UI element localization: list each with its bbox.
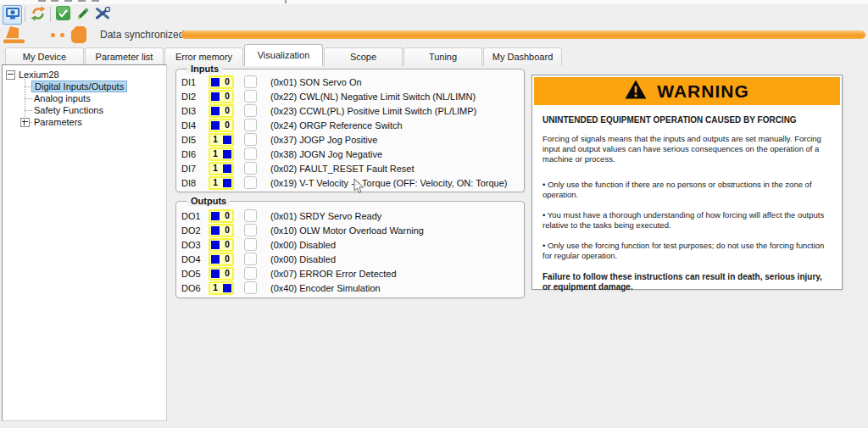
io-state-value: 0 (223, 106, 231, 115)
sync-status-text: Data synchronized (100, 29, 184, 41)
io-state-square-icon (211, 92, 220, 101)
tree-root-lexium28[interactable]: Lexium28 (3, 69, 166, 81)
io-state-square-icon (211, 78, 220, 86)
io-state-indicator: 0 (209, 238, 234, 252)
tab-scope[interactable]: Scope (324, 47, 403, 66)
io-state-value: 0 (223, 269, 231, 278)
io-row-di7: DI7 1 (0x02) FAULT_RESET Fault Reset (176, 161, 524, 175)
io-state-square-icon (211, 241, 220, 249)
io-channel-label: DI2 (181, 92, 209, 102)
io-state-indicator: 0 (209, 119, 234, 132)
warning-panel: WARNING UNINTENDED EQUIPMENT OPERATION C… (531, 75, 843, 290)
warning-title: WARNING (657, 81, 749, 102)
toolbar-separator (25, 7, 25, 22)
io-state-value: 0 (223, 254, 231, 264)
tab-bar: My Device Parameter list Error memory Vi… (5, 47, 563, 66)
data-valid-button[interactable] (53, 5, 73, 25)
io-state-indicator: 0 (209, 267, 234, 281)
sync-refresh-button[interactable] (28, 5, 47, 25)
io-state-square-icon (211, 121, 220, 130)
tools-button[interactable] (92, 5, 112, 25)
tab-tuning[interactable]: Tuning (403, 47, 482, 66)
io-channel-label: DI7 (181, 164, 209, 174)
tab-my-device[interactable]: My Device (5, 47, 84, 66)
tree-item-label[interactable]: Parameters (34, 117, 82, 127)
monitor-gear-icon (6, 8, 19, 22)
force-checkbox[interactable] (244, 267, 257, 280)
io-function-label: (0x00) Disabled (270, 240, 336, 250)
tree-item-safety-functions[interactable]: Safety Functions (3, 104, 166, 116)
menu-bar-remnant (0, 0, 868, 4)
io-function-label: (0x01) SRDY Servo Ready (270, 211, 381, 221)
force-checkbox[interactable] (244, 238, 257, 251)
io-state-value: 0 (223, 240, 231, 249)
warning-triangle-icon (625, 80, 647, 103)
tree-item-label[interactable]: Digital Inputs/Outputs (31, 81, 127, 92)
io-row-do2: DO2 0 (0x10) OLW Motor Overload Warning (176, 223, 524, 237)
force-checkbox[interactable] (244, 133, 257, 146)
tree-item-analog-inputs[interactable]: Analog inputs (3, 92, 166, 104)
force-checkbox[interactable] (244, 75, 257, 88)
inputs-group-box: Inputs DI1 0 (0x01) SON Servo On DI2 0 (… (175, 69, 525, 192)
force-checkbox[interactable] (244, 281, 257, 294)
io-state-value: 0 (223, 77, 231, 86)
collapse-minus-icon[interactable] (6, 70, 15, 80)
io-function-label: (0x00) Disabled (270, 254, 336, 264)
io-function-label: (0x40) Encoder Simulation (270, 283, 381, 293)
force-checkbox[interactable] (244, 104, 257, 117)
force-checkbox[interactable] (244, 90, 257, 103)
warning-header: WARNING (534, 77, 840, 105)
tab-my-dashboard[interactable]: My Dashboard (483, 47, 562, 66)
io-channel-label: DI1 (181, 77, 209, 87)
tree-item-label[interactable]: Analog inputs (34, 93, 91, 103)
io-row-do3: DO3 0 (0x00) Disabled (176, 237, 524, 252)
io-channel-label: DI3 (181, 106, 209, 116)
io-state-value: 1 (211, 178, 220, 187)
toolbar-separator (50, 7, 51, 22)
outputs-group-box: Outputs DO1 0 (0x01) SRDY Servo Ready DO… (175, 201, 525, 298)
tab-visualization[interactable]: Visualization (244, 44, 323, 66)
io-state-indicator: 0 (209, 253, 234, 266)
io-state-value: 1 (211, 164, 220, 173)
expand-plus-icon[interactable] (20, 118, 30, 127)
io-row-di8: DI8 1 (0x19) V-T Velocity -> Torque (OFF… (176, 175, 524, 190)
force-checkbox[interactable] (244, 162, 257, 175)
force-checkbox[interactable] (244, 147, 257, 160)
force-checkbox[interactable] (244, 253, 257, 265)
io-function-label: (0x22) CWL(NL) Negative Limit Switch (NL… (270, 92, 476, 102)
edit-pen-button[interactable] (73, 5, 92, 25)
io-row-di4: DI4 0 (0x24) ORGP Reference Switch (176, 118, 524, 132)
force-checkbox[interactable] (244, 209, 257, 222)
inputs-group-title: Inputs (187, 64, 222, 74)
io-state-indicator: 0 (209, 209, 234, 223)
io-channel-label: DI6 (181, 149, 209, 159)
tree-item-digital-io[interactable]: Digital Inputs/Outputs (3, 81, 166, 92)
io-state-square-icon (211, 107, 220, 115)
io-function-label: (0x23) CCWL(PL) Positive Limit Switch (P… (270, 106, 476, 116)
warning-hazard-title: UNINTENDED EQUIPMENT OPERATION CAUSED BY… (542, 115, 832, 125)
tab-parameter-list[interactable]: Parameter list (85, 47, 164, 66)
toolbar (0, 4, 112, 25)
io-channel-label: DO3 (181, 240, 209, 250)
device-tree: Lexium28 Digital Inputs/Outputs Analog i… (2, 64, 167, 421)
force-checkbox[interactable] (244, 176, 257, 189)
tree-item-label[interactable]: Safety Functions (34, 105, 103, 115)
force-checkbox[interactable] (244, 224, 257, 236)
io-state-value: 0 (223, 225, 231, 235)
io-function-label: (0x10) OLW Motor Overload Warning (270, 225, 424, 236)
force-checkbox[interactable] (244, 119, 257, 131)
refresh-arrows-icon (31, 6, 46, 24)
tree-item-parameters[interactable]: Parameters (3, 116, 166, 128)
io-state-value: 0 (223, 211, 231, 220)
warning-bullet: • You must have a thorough understanding… (542, 210, 832, 231)
device-monitor-button[interactable] (3, 5, 22, 25)
io-state-value: 1 (211, 135, 220, 144)
io-state-indicator: 0 (209, 104, 234, 118)
warning-bullet: • Only use the forcing function for test… (542, 241, 832, 261)
io-state-value: 1 (211, 149, 220, 158)
io-row-do5: DO5 0 (0x07) ERROR Error Detected (176, 266, 524, 281)
io-state-value: 0 (223, 120, 231, 130)
warning-consequence: Failure to follow these instructions can… (542, 272, 832, 292)
io-function-label: (0x07) ERROR Error Detected (270, 269, 397, 279)
tree-root-label[interactable]: Lexium28 (19, 69, 59, 80)
